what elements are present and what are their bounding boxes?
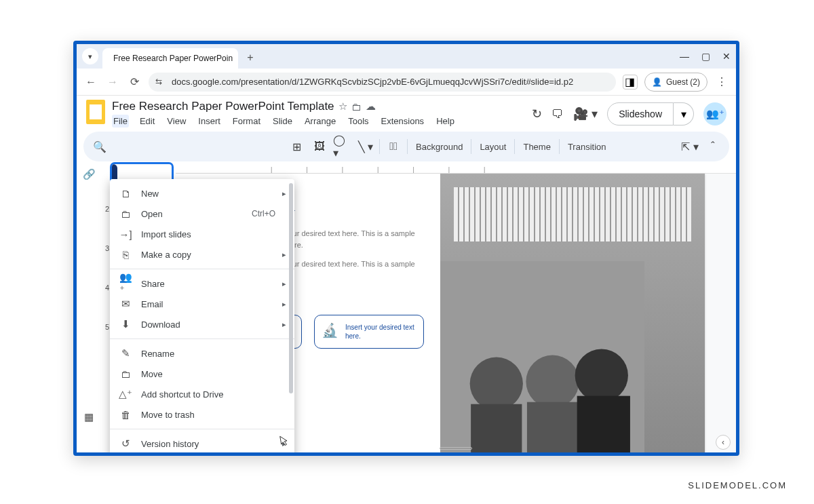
horizontal-ruler: |||||||: [176, 161, 736, 174]
reload-icon[interactable]: ⟳: [127, 75, 142, 88]
new-tab-button[interactable]: +: [242, 50, 258, 66]
people-photo-icon: [440, 261, 644, 452]
line-icon[interactable]: ╲ ▾: [356, 137, 375, 156]
editor-body: 🔗 ▦ 2 3 4 5 ||||||| Introduction This is…: [77, 161, 736, 452]
chrome-menu-icon[interactable]: ⋮: [714, 75, 729, 88]
menu-item-version-history[interactable]: ↺Version history▸: [110, 433, 294, 452]
menu-view[interactable]: View: [166, 115, 187, 128]
transition-button[interactable]: Transition: [564, 142, 610, 152]
minimize-icon[interactable]: —: [680, 51, 689, 62]
history-icon[interactable]: ↻: [532, 106, 542, 121]
window-controls: — ▢ ✕: [680, 44, 731, 69]
menu-item-move[interactable]: 🗀Move: [110, 364, 294, 384]
copy-icon: ⎘: [119, 249, 132, 260]
star-icon[interactable]: ☆: [338, 100, 347, 113]
site-info-icon[interactable]: ⇆: [155, 77, 166, 88]
chevron-right-icon: ▸: [282, 300, 286, 309]
shape-icon[interactable]: ◯ ▾: [333, 137, 352, 156]
menu-tools[interactable]: Tools: [347, 115, 370, 128]
chevron-right-icon: ▸: [282, 250, 286, 259]
close-icon[interactable]: ✕: [722, 51, 731, 62]
google-slides-logo-icon[interactable]: [86, 100, 105, 124]
back-icon[interactable]: ←: [83, 76, 98, 88]
file-new-icon: 🗋: [119, 188, 132, 199]
grid-view-icon[interactable]: ▦: [84, 411, 94, 423]
toolbar: 🔍 ⊞ 🖼 ◯ ▾ ╲ ▾ ＋⃞ Background Layout Theme…: [83, 132, 729, 161]
menu-edit[interactable]: Edit: [138, 115, 156, 128]
tab-title: Free Research Paper PowerPoin: [113, 54, 233, 63]
menu-item-download[interactable]: ⬇Download▸: [110, 314, 294, 334]
trash-icon: 🗑: [119, 409, 132, 421]
move-icon: 🗀: [119, 368, 132, 380]
maximize-icon[interactable]: ▢: [701, 51, 710, 62]
menu-arrange[interactable]: Arrange: [303, 115, 337, 128]
drive-shortcut-icon: △⁺: [119, 388, 132, 400]
menu-item-make-a-copy[interactable]: ⎘Make a copy▸: [110, 244, 294, 265]
insert-image-icon[interactable]: 🖼: [310, 137, 329, 156]
theme-button[interactable]: Theme: [519, 142, 554, 152]
svg-rect-2: [471, 404, 522, 452]
profile-chip[interactable]: 👤 Guest (2): [644, 73, 708, 92]
pointer-mode-icon[interactable]: ⇱ ▾: [680, 137, 699, 156]
share-button[interactable]: 👥⁺: [703, 102, 726, 125]
email-icon: ✉: [119, 298, 132, 310]
textbox-icon[interactable]: ⊞: [287, 137, 306, 156]
chrome-tabs-bar: ▾ Free Research Paper PowerPoin × + — ▢ …: [77, 44, 736, 69]
menu-item-email[interactable]: ✉Email▸: [110, 294, 294, 314]
menu-help[interactable]: Help: [435, 115, 456, 128]
menu-file[interactable]: File: [112, 115, 129, 128]
history-icon: ↺: [119, 438, 132, 450]
comments-icon[interactable]: 🗨: [551, 107, 564, 121]
svg-point-5: [575, 349, 628, 402]
chevron-right-icon: ▸: [282, 279, 286, 288]
menu-item-open[interactable]: 🗀OpenCtrl+O: [110, 203, 294, 224]
person-icon: 👤: [652, 77, 662, 87]
app-header: Free Research Paper PowerPoint Template …: [77, 96, 736, 128]
link-icon[interactable]: 🔗: [83, 168, 96, 180]
menu-item-import-slides[interactable]: →]Import slides: [110, 224, 294, 244]
share-icon: 👥⁺: [119, 271, 132, 296]
browser-window: ▾ Free Research Paper PowerPoin × + — ▢ …: [73, 41, 739, 456]
explore-button[interactable]: ‹: [716, 435, 731, 450]
insert-comment-icon[interactable]: ＋⃞: [384, 137, 403, 156]
layout-button[interactable]: Layout: [476, 142, 510, 152]
side-panel-icon[interactable]: ◨: [623, 75, 638, 90]
microscope-icon: 🔬: [322, 322, 338, 341]
callout-box[interactable]: 🔬 Insert your desired text here.: [314, 315, 424, 349]
cursor-icon: [277, 434, 290, 450]
menu-item-add-shortcut[interactable]: △⁺Add shortcut to Drive: [110, 384, 294, 404]
hide-menus-icon[interactable]: ˆ: [703, 137, 722, 156]
menubar: File Edit View Insert Format Slide Arran…: [112, 115, 525, 128]
slideshow-dropdown[interactable]: ▾: [674, 102, 694, 125]
menu-format[interactable]: Format: [231, 115, 262, 128]
url-text: docs.google.com/presentation/d/1ZWGRKqSc…: [172, 77, 573, 87]
background-button[interactable]: Background: [412, 142, 467, 152]
download-icon: ⬇: [119, 318, 132, 330]
watermark: SLIDEMODEL.COM: [688, 480, 787, 490]
slideshow-button[interactable]: Slideshow: [607, 102, 674, 125]
import-icon: →]: [119, 229, 132, 240]
cloud-status-icon[interactable]: ☁: [366, 100, 376, 113]
menu-item-share[interactable]: 👥⁺Share▸: [110, 273, 294, 294]
svg-rect-4: [527, 402, 578, 452]
svg-rect-6: [577, 396, 630, 452]
menu-item-new[interactable]: 🗋New▸: [110, 183, 294, 203]
search-menus-icon[interactable]: 🔍: [90, 137, 109, 156]
svg-point-1: [470, 357, 523, 410]
speaker-notes-handle[interactable]: [440, 447, 472, 450]
tab-search-button[interactable]: ▾: [82, 48, 98, 64]
forward-icon[interactable]: →: [105, 76, 120, 88]
present-camera-icon[interactable]: 🎥 ▾: [573, 106, 598, 121]
slide-image-placeholder[interactable]: [440, 174, 705, 452]
url-input[interactable]: ⇆ docs.google.com/presentation/d/1ZWGRKq…: [149, 73, 616, 92]
svg-point-3: [526, 355, 579, 408]
menu-item-move-to-trash[interactable]: 🗑Move to trash: [110, 404, 294, 425]
menu-item-rename[interactable]: ✎Rename: [110, 343, 294, 364]
menu-slide[interactable]: Slide: [271, 115, 294, 128]
folder-icon: 🗀: [119, 208, 132, 220]
browser-tab[interactable]: Free Research Paper PowerPoin ×: [102, 48, 238, 69]
move-folder-icon[interactable]: 🗀: [351, 101, 362, 113]
menu-insert[interactable]: Insert: [197, 115, 222, 128]
document-title[interactable]: Free Research Paper PowerPoint Template: [112, 100, 334, 113]
menu-extensions[interactable]: Extensions: [380, 115, 426, 128]
